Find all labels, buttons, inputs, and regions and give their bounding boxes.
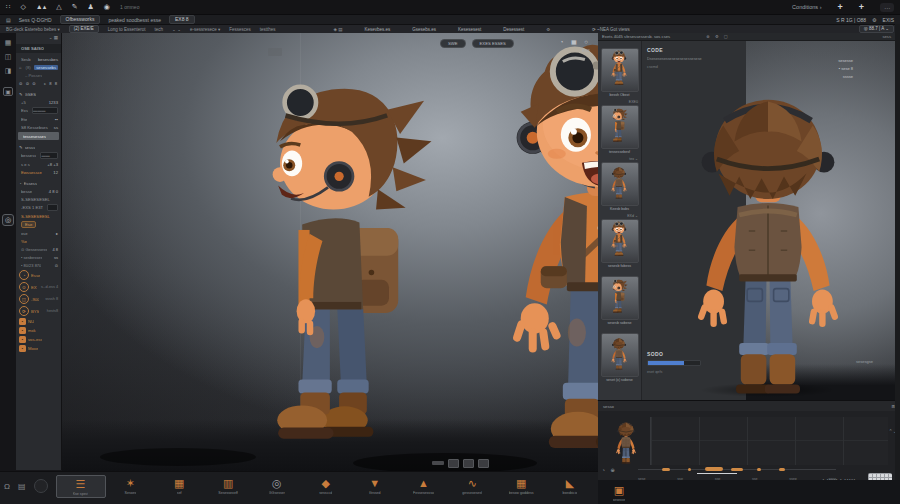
dock-item-boots[interactable]: ◣ bxexbicio (546, 475, 594, 498)
diamond-logo-icon[interactable]: ◇ (20, 3, 25, 11)
panel-row[interactable]: S-SESESESEL (16, 195, 61, 203)
panel-row[interactable]: S-SESESEESL (16, 212, 61, 220)
panel-row[interactable]: Ete ▪▪ (16, 115, 61, 123)
rig-figure-icon[interactable]: ♟ (88, 3, 94, 11)
dock-item-shirt[interactable]: ▲ Fessesessso (399, 475, 447, 498)
overflow-menu-icon[interactable]: ⋯ (880, 3, 894, 12)
panel-row[interactable]: ◔ Essess (16, 179, 61, 187)
thumbnail-image[interactable] (601, 219, 639, 263)
add-button-2[interactable]: + (859, 2, 864, 12)
panel-row[interactable]: ⊙ Gessessess 4 8 (16, 245, 61, 253)
variant-thumbnail[interactable]: EXd ⌄ sesesb fobess (601, 214, 638, 268)
timeline-track[interactable] (638, 469, 836, 476)
toolbar-item[interactable]: Ofbessworks (60, 15, 101, 24)
panel-row[interactable]: s e s +8 +3 (16, 160, 61, 168)
frame-icon[interactable]: ▣ (3, 87, 13, 96)
panel-row[interactable]: ⌂ (8) sesessebs (16, 63, 61, 71)
add-button[interactable]: + (837, 2, 842, 12)
character-back-view[interactable] (672, 79, 864, 415)
timeline-character-thumb[interactable] (606, 419, 646, 467)
variant-thumbnail[interactable]: seset (x) sobese (601, 328, 638, 382)
toolbar-item[interactable]: Sess Q-DGHD (19, 17, 52, 23)
viewport-corner-icons[interactable]: ◔ ▦ ○ (560, 38, 591, 45)
variant-thumbnail[interactable]: EXE0 tessessebesf (601, 100, 638, 154)
fps-chip[interactable]: ◎ 88.7 | A ⌄ (859, 25, 894, 34)
panel-row[interactable]: ▪ Moxe (16, 344, 61, 353)
tool-option[interactable]: (2) EXE/E (69, 25, 99, 34)
timeline-keyframe-marker[interactable] (688, 468, 692, 471)
panel-row[interactable]: ▪ vos-ess (16, 335, 61, 344)
tool-option[interactable]: Long to Essenterot (108, 27, 146, 32)
viewport-bottom-chips[interactable] (432, 459, 489, 468)
panel-row[interactable]: Ewssessce 12 (16, 168, 61, 176)
dock-item-hands[interactable]: ∿ gessexesesf (448, 475, 496, 498)
panel-row[interactable]: bessess ▬▬ (16, 151, 61, 160)
dock-item-shield[interactable]: ◆ sessccd (302, 475, 350, 498)
pin-icon[interactable]: ◉ (104, 3, 110, 11)
dock-item-world[interactable]: ◎ GGsesser (253, 475, 301, 498)
timeline-keyframe-marker[interactable] (705, 467, 723, 471)
panel-row[interactable]: ⊙ EXSO s--d-ess 4 (16, 281, 61, 293)
dock-item-extra[interactable]: ▣ sesexxs (604, 482, 634, 502)
character-side-view[interactable] (273, 87, 432, 439)
panel-row[interactable]: ▪ NU (16, 317, 61, 326)
panel-row[interactable]: Exs ▬▬▬ (16, 106, 61, 115)
tool-option[interactable]: e-sessresece ▾ (190, 27, 220, 32)
tool-option[interactable]: testthes (260, 27, 276, 32)
character-front-view[interactable] (512, 45, 598, 448)
thumbnail-image[interactable] (601, 276, 639, 320)
panel-row[interactable]: ⊙ ⊙ ⊙ c 8 8 (16, 79, 61, 87)
shading-mode-pill[interactable]: EXES ESSES (472, 39, 514, 48)
panel-row[interactable]: %e (16, 237, 61, 245)
panel-row[interactable]: -EXS 1 E3T (16, 203, 61, 212)
tool-option[interactable]: tech (155, 27, 164, 32)
viewport-tab[interactable]: Desessest (503, 27, 524, 32)
toolbar-item[interactable]: peaked soodbesst esse (108, 17, 161, 23)
panel-row[interactable]: ⟳ BYS hests8 (16, 305, 61, 317)
magnet-icon[interactable]: Ω (4, 482, 10, 491)
asset-panel-header-icons[interactable]: ⊕ ⚙ ▢ (706, 34, 730, 39)
panel-row[interactable]: Ese (16, 220, 61, 229)
panel-row[interactable]: S8 Kessebses ss (16, 123, 61, 131)
gear-icon[interactable]: ⚙ (872, 17, 876, 23)
variant-thumbnail[interactable]: bessh Obext (601, 43, 638, 97)
dock-item-props[interactable]: ▥ Sesessexeff (204, 475, 252, 498)
viewport-tab[interactable]: Kesevbes.es (365, 27, 391, 32)
orbit-tool-icon[interactable] (34, 479, 48, 493)
variant-thumbnail[interactable]: tex ⌄ Keesb bobs (601, 157, 638, 211)
tool-option[interactable]: Fessesces (229, 27, 251, 32)
panel-row[interactable]: ✎ GSES (16, 90, 61, 98)
thumbnail-image[interactable] (601, 105, 639, 149)
lock-icon[interactable]: ◈ ▤ (334, 27, 343, 32)
panel-row[interactable]: • 80/23 870 ⊙ (16, 261, 61, 269)
timeline-play-icons[interactable]: ◔ ⊕ (602, 467, 617, 473)
timeline-keyframe-marker[interactable] (662, 468, 670, 471)
thumbnail-image[interactable] (601, 162, 639, 206)
panel-row[interactable]: OSE SAISO (16, 44, 61, 53)
timeline-keyframe-marker[interactable] (757, 468, 761, 471)
view-mode-pill[interactable]: SWE (440, 39, 466, 48)
layers-icon[interactable]: ◫ (5, 53, 12, 61)
variant-thumbnail[interactable]: sesesb sobese (601, 271, 638, 325)
main-viewport[interactable]: SWE EXES ESSES ◔ ▦ ○ ESS (62, 33, 598, 471)
timeline-grid[interactable] (650, 417, 888, 465)
dock-item-inspect[interactable]: ☰ Kse spect (56, 475, 106, 498)
panel-row[interactable]: – Posses (16, 71, 61, 79)
panel-row[interactable]: besse 4 8 0 (16, 187, 61, 195)
conditions-menu[interactable]: Conditions › (792, 4, 821, 10)
dock-item-vest[interactable]: ▼ Vessed (351, 475, 399, 498)
outliner-icon[interactable]: ▦ (5, 39, 12, 47)
peaks-logo-icon[interactable]: ▲▴ (36, 3, 46, 11)
panel-row[interactable]: ▪ mxk (16, 326, 61, 335)
thumbnail-image[interactable] (601, 48, 639, 92)
flask-icon[interactable]: △ (56, 3, 61, 11)
panel-row[interactable]: ◔ Esse (16, 269, 61, 281)
timeline-keyframe-marker[interactable] (731, 468, 743, 471)
tool-option[interactable]: ⌄ ⌄ (172, 27, 181, 32)
tabs-gear-icon[interactable]: ⚙ (546, 27, 550, 32)
timeline-keyframe-marker[interactable] (779, 468, 785, 471)
thumbnail-image[interactable] (601, 333, 639, 377)
target-icon[interactable]: ◎ (2, 214, 14, 226)
dock-item-tiles[interactable]: ▦ besxw goddess (497, 475, 545, 498)
dock-item-creature[interactable]: ✶ Sesxes (106, 475, 154, 498)
